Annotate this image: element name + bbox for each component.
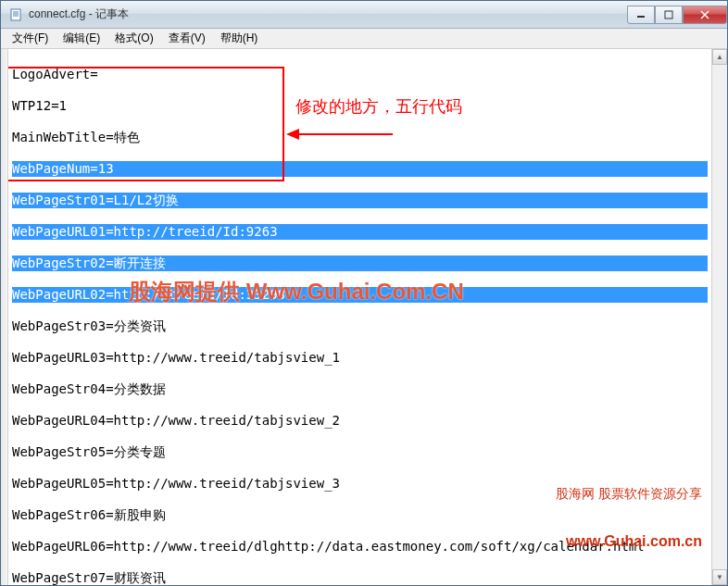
text-line: WebPageStr06=新股申购 bbox=[12, 507, 708, 523]
notepad-window: connect.cfg - 记事本 文件(F) 编辑(E) 格式(O) 查看(V… bbox=[0, 0, 728, 586]
text-line-selected: WebPageURL02=http://treeid/Id:33298 bbox=[12, 287, 708, 303]
maximize-button[interactable] bbox=[655, 6, 683, 24]
text-line-selected: WebPageURL01=http://treeid/Id:9263 bbox=[12, 224, 708, 240]
window-buttons bbox=[627, 6, 727, 24]
text-line: LogoAdvert= bbox=[12, 67, 708, 82]
text-line: WebPageURL06=http://www.treeid/dlghttp:/… bbox=[12, 539, 708, 555]
left-edge bbox=[1, 49, 8, 585]
text-line: WebPageStr03=分类资讯 bbox=[12, 318, 708, 334]
menu-file[interactable]: 文件(F) bbox=[5, 29, 56, 48]
content-area: LogoAdvert= WTP12=1 MainWebTitle=特色 WebP… bbox=[1, 49, 727, 585]
text-line: WebPageURL04=http://www.treeid/tabjsview… bbox=[12, 413, 708, 429]
menubar: 文件(F) 编辑(E) 格式(O) 查看(V) 帮助(H) bbox=[1, 29, 727, 49]
text-line: WebPageStr04=分类数据 bbox=[12, 381, 708, 397]
vertical-scrollbar[interactable]: ▲ ▼ bbox=[711, 49, 727, 585]
text-content[interactable]: LogoAdvert= WTP12=1 MainWebTitle=特色 WebP… bbox=[8, 49, 711, 585]
menu-edit[interactable]: 编辑(E) bbox=[56, 29, 107, 48]
scroll-down-button[interactable]: ▼ bbox=[712, 569, 727, 585]
text-line-selected: WebPageStr02=断开连接 bbox=[12, 256, 708, 271]
minimize-button[interactable] bbox=[627, 6, 655, 24]
notepad-icon bbox=[8, 7, 23, 22]
text-line: MainWebTitle=特色 bbox=[12, 130, 708, 145]
menu-format[interactable]: 格式(O) bbox=[107, 29, 160, 48]
text-line-selected: WebPageStr01=L1/L2切换 bbox=[12, 193, 708, 208]
window-title: connect.cfg - 记事本 bbox=[29, 6, 627, 22]
scroll-up-button[interactable]: ▲ bbox=[712, 49, 727, 65]
text-line: WebPageStr05=分类专题 bbox=[12, 444, 708, 460]
text-line: WebPageStr07=财联资讯 bbox=[12, 570, 708, 585]
text-line: WebPageURL05=http://www.treeid/tabjsview… bbox=[12, 476, 708, 492]
text-line: WTP12=1 bbox=[12, 98, 708, 114]
menu-help[interactable]: 帮助(H) bbox=[213, 29, 266, 48]
close-button[interactable] bbox=[683, 6, 727, 24]
menu-view[interactable]: 查看(V) bbox=[161, 29, 213, 48]
text-line-selected: WebPageNum=13 bbox=[12, 161, 708, 177]
titlebar[interactable]: connect.cfg - 记事本 bbox=[1, 1, 727, 29]
svg-rect-5 bbox=[665, 11, 672, 19]
text-line: WebPageURL03=http://www.treeid/tabjsview… bbox=[12, 350, 708, 366]
svg-rect-0 bbox=[11, 9, 20, 20]
